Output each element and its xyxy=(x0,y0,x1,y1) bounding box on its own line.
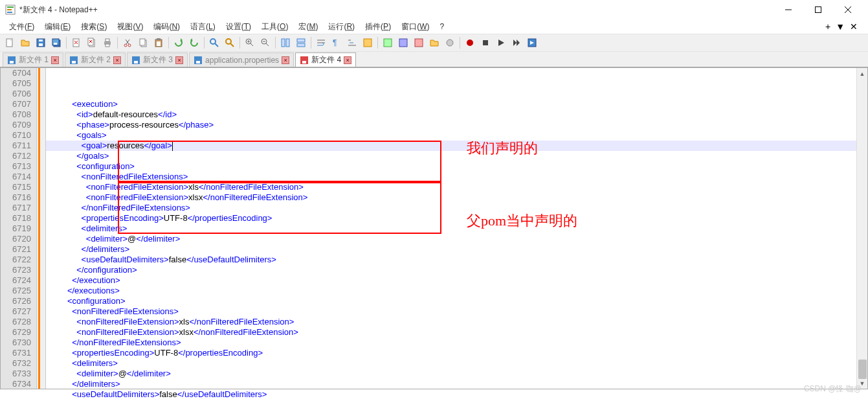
code-line[interactable]: </delimiters> xyxy=(46,244,867,255)
tab-close-button[interactable]: × xyxy=(51,56,59,64)
undo-button[interactable] xyxy=(172,36,186,50)
code-line[interactable]: <propertiesEncoding>UTF-8</propertiesEnc… xyxy=(46,213,867,223)
menu-o[interactable]: 工具(O) xyxy=(256,20,293,34)
menu-v[interactable]: 视图(V) xyxy=(112,20,148,34)
code-line[interactable]: <goal>resources</goal> xyxy=(46,141,867,151)
svg-rect-33 xyxy=(157,41,161,46)
code-line[interactable]: </nonFilteredFileExtensions> xyxy=(46,203,867,213)
line-number: 6707 xyxy=(1,99,31,109)
code-content[interactable]: <execution> <id>default-resources</id> <… xyxy=(46,68,867,389)
code-line[interactable]: <configuration> xyxy=(46,161,867,172)
tab-close-button[interactable]: × xyxy=(175,56,183,64)
code-line[interactable]: </execution> xyxy=(46,275,867,286)
tab-close-button[interactable]: × xyxy=(344,56,351,64)
func-list-button[interactable] xyxy=(412,36,426,50)
play-button[interactable] xyxy=(494,36,508,50)
code-line[interactable]: <propertiesEncoding>UTF-8</propertiesEnc… xyxy=(46,348,867,358)
code-line[interactable]: <nonFilteredFileExtension>xls</nonFilter… xyxy=(46,317,867,327)
tab-3[interactable]: application.properties× xyxy=(189,52,294,67)
code-line[interactable]: <delimiters> xyxy=(46,223,867,234)
menu-p[interactable]: 插件(P) xyxy=(360,20,396,34)
copy-button[interactable] xyxy=(136,36,150,50)
redo-button[interactable] xyxy=(187,36,201,50)
plus-icon[interactable]: + xyxy=(825,21,830,32)
close-file-button[interactable] xyxy=(69,36,83,50)
code-line[interactable]: <delimiters> xyxy=(46,358,867,369)
tab-4[interactable]: 新文件 4× xyxy=(295,52,356,67)
code-line[interactable]: <nonFilteredFileExtension>xls</nonFilter… xyxy=(46,182,867,192)
code-line[interactable]: <delimiter>@</delimiter> xyxy=(46,234,867,244)
line-number: 6730 xyxy=(1,338,31,348)
tab-0[interactable]: 新文件 1× xyxy=(3,52,63,67)
menu-n[interactable]: 编码(N) xyxy=(148,20,185,34)
find-button[interactable] xyxy=(207,36,221,50)
replace-button[interactable] xyxy=(223,36,237,50)
code-line[interactable]: </goals> xyxy=(46,151,867,161)
wordwrap-button[interactable] xyxy=(314,36,328,50)
save-all-button[interactable] xyxy=(49,36,63,50)
zoom-in-button[interactable] xyxy=(243,36,257,50)
code-line[interactable]: <nonFilteredFileExtensions> xyxy=(46,172,867,182)
maximize-button[interactable] xyxy=(803,0,833,19)
indent-guide-button[interactable] xyxy=(345,36,359,50)
scroll-thumb[interactable] xyxy=(858,360,867,379)
code-line[interactable]: </nonFilteredFileExtensions> xyxy=(46,338,867,348)
menu-s[interactable]: 搜索(S) xyxy=(76,20,112,34)
line-number: 6723 xyxy=(1,265,31,275)
file-icon xyxy=(300,56,309,65)
sync-h-button[interactable] xyxy=(294,36,308,50)
close-all-button[interactable] xyxy=(85,36,99,50)
menu-f[interactable]: 文件(F) xyxy=(4,20,39,34)
folder-button[interactable] xyxy=(427,36,441,50)
minimize-button[interactable] xyxy=(773,0,803,19)
code-line[interactable]: <id>default-resources</id> xyxy=(46,109,867,120)
paste-button[interactable] xyxy=(151,36,166,50)
doc-list-button[interactable] xyxy=(396,36,410,50)
code-line[interactable]: <nonFilteredFileExtensions> xyxy=(46,306,867,317)
menu-l[interactable]: 语言(L) xyxy=(185,20,221,34)
code-line[interactable]: <nonFilteredFileExtension>xlsx</nonFilte… xyxy=(46,327,867,338)
record-button[interactable] xyxy=(463,36,477,50)
play-multi-button[interactable] xyxy=(509,36,524,50)
tab-close-button[interactable]: × xyxy=(113,56,121,64)
menu-help[interactable]: ? xyxy=(434,21,449,32)
doc-map-button[interactable] xyxy=(381,36,395,50)
open-file-button[interactable] xyxy=(18,36,32,50)
code-line[interactable]: <delimiter>@</delimiter> xyxy=(46,369,867,379)
sync-v-button[interactable] xyxy=(278,36,293,50)
vertical-scrollbar[interactable]: ▲ ▼ xyxy=(856,68,867,389)
code-line[interactable]: <phase>process-resources</phase> xyxy=(46,120,867,130)
tab-close-button[interactable]: × xyxy=(282,56,289,64)
code-line[interactable]: </configuration> xyxy=(46,265,867,275)
code-line[interactable]: <useDefaultDelimiters>false</useDefaultD… xyxy=(46,389,867,400)
code-line[interactable]: <nonFilteredFileExtension>xlsx</nonFilte… xyxy=(46,192,867,203)
menu-m[interactable]: 宏(M) xyxy=(293,20,323,34)
new-file-button[interactable] xyxy=(3,36,17,50)
tab-2[interactable]: 新文件 3× xyxy=(127,52,188,67)
code-line[interactable]: <execution> xyxy=(46,99,867,109)
save-button[interactable] xyxy=(34,36,48,50)
close-button[interactable] xyxy=(833,0,863,19)
menu-t[interactable]: 设置(T) xyxy=(221,20,256,34)
tab-1[interactable]: 新文件 2× xyxy=(65,52,126,67)
arrow-down-icon[interactable]: ▼ xyxy=(836,21,845,32)
monitor-button[interactable] xyxy=(443,36,457,50)
code-line[interactable]: <configuration> xyxy=(46,296,867,306)
code-line[interactable]: <goals> xyxy=(46,130,867,141)
code-line[interactable]: </executions> xyxy=(46,286,867,296)
cut-button[interactable] xyxy=(120,36,135,50)
code-line[interactable]: </delimiters> xyxy=(46,379,867,389)
menu-w[interactable]: 窗口(W) xyxy=(396,20,434,34)
close-x-icon[interactable]: ✕ xyxy=(850,21,858,32)
menu-e[interactable]: 编辑(E) xyxy=(39,20,76,34)
stop-button[interactable] xyxy=(478,36,493,50)
print-button[interactable] xyxy=(100,36,115,50)
svg-rect-50 xyxy=(297,39,305,42)
scroll-up-icon[interactable]: ▲ xyxy=(857,68,867,79)
user-lang-button[interactable] xyxy=(361,36,375,50)
show-all-chars-button[interactable]: ¶ xyxy=(329,36,344,50)
code-line[interactable]: <useDefaultDelimiters>false</useDefaultD… xyxy=(46,255,867,265)
zoom-out-button[interactable] xyxy=(258,36,273,50)
save-macro-button[interactable] xyxy=(525,36,539,50)
menu-r[interactable]: 运行(R) xyxy=(323,20,360,34)
